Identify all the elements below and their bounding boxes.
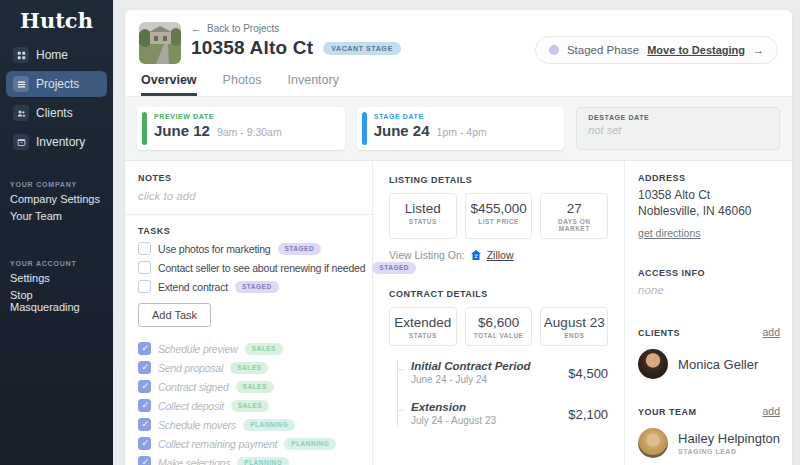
stat-box: 27 DAYS ON MARKET (540, 193, 608, 239)
team-member-role: STAGING LEAD (678, 448, 780, 455)
green-accent-bar (142, 112, 147, 145)
sidebar-item-clients[interactable]: Clients (6, 100, 107, 126)
sidebar-item-inventory[interactable]: Inventory (6, 129, 107, 155)
your-team-heading: YOUR TEAM (638, 407, 697, 417)
tab-inventory[interactable]: Inventory (288, 73, 339, 96)
completed-task-row: Send proposal SALES (138, 361, 364, 374)
sidebar-link-company-settings[interactable]: Company Settings (10, 193, 103, 205)
task-badge: PLANNING (284, 438, 336, 450)
get-directions-link[interactable]: get directions (638, 227, 700, 239)
tab-photos[interactable]: Photos (223, 73, 262, 96)
phase-dot-icon (549, 45, 559, 55)
destage-date-card[interactable]: DESTAGE DATE not set (576, 107, 780, 150)
period-range: June 24 - July 24 (411, 374, 531, 385)
task-checkbox-checked[interactable] (138, 456, 151, 465)
stat-value: Extended (392, 315, 454, 330)
access-info-heading: ACCESS INFO (638, 268, 780, 278)
task-checkbox-checked[interactable] (138, 437, 151, 450)
view-listing-row: View Listing On: Zillow (389, 249, 608, 261)
add-team-member-link[interactable]: add (762, 405, 780, 417)
sidebar-item-label: Inventory (36, 135, 85, 149)
add-task-button[interactable]: Add Task (138, 303, 211, 327)
task-checkbox[interactable] (138, 242, 151, 255)
stat-value: Listed (392, 201, 454, 216)
period-range: July 24 - August 23 (411, 415, 496, 426)
task-checkbox-checked[interactable] (138, 342, 151, 355)
period-amount: $4,500 (568, 366, 608, 385)
task-label: Use photos for marketing (158, 243, 271, 255)
date-value: June 12 (154, 122, 210, 139)
client-avatar (638, 349, 668, 379)
task-badge: SALES (231, 400, 269, 412)
completed-task-row: Make selections PLANNING (138, 456, 364, 465)
stat-value: $6,600 (468, 315, 530, 330)
team-member-name: Hailey Helpington (678, 431, 780, 446)
add-client-link[interactable]: add (762, 326, 780, 338)
task-row: Extend contract STAGED (138, 280, 364, 293)
zillow-icon (470, 249, 482, 261)
time-value: 1pm - 4pm (437, 126, 487, 138)
stage-date-card[interactable]: STAGE DATE June 24 1pm - 4pm (357, 107, 565, 150)
sidebar-link-stop-masquerading[interactable]: Stop Masquerading (10, 289, 103, 313)
contract-timeline: Initial Contract Period June 24 - July 2… (397, 360, 608, 426)
back-to-projects-link[interactable]: ← Back to Projects (191, 22, 401, 34)
date-value: June 24 (374, 122, 430, 139)
preview-date-card[interactable]: PREVIEW DATE June 12 9am - 9:30am (137, 107, 345, 150)
task-checkbox[interactable] (138, 280, 151, 293)
team-member-row[interactable]: Hailey Helpington STAGING LEAD (638, 428, 780, 458)
content-columns: NOTES click to add TASKS Use photos for … (125, 161, 792, 465)
completed-task-row: Schedule preview SALES (138, 342, 364, 355)
team-member-avatar (638, 428, 668, 458)
task-checkbox-checked[interactable] (138, 361, 151, 374)
contract-period: Extension July 24 - August 23 $2,100 (411, 401, 608, 426)
task-badge: PLANNING (243, 419, 295, 431)
tasks-heading: TASKS (138, 226, 364, 236)
address-line2: Noblesville, IN 46060 (638, 204, 780, 218)
task-checkbox-checked[interactable] (138, 418, 151, 431)
task-checkbox[interactable] (138, 261, 151, 274)
task-checkbox-checked[interactable] (138, 380, 151, 393)
back-label: Back to Projects (207, 23, 279, 34)
zillow-link[interactable]: Zillow (487, 249, 514, 261)
sidebar: Hutch Home Projects Clients Inventory YO… (0, 0, 113, 465)
contract-period: Initial Contract Period June 24 - July 2… (411, 360, 608, 385)
listing-stats: Listed STATUS $455,000 LIST PRICE 27 DAY… (389, 193, 608, 239)
move-to-destaging-link[interactable]: Move to Destaging (647, 44, 745, 56)
stat-box: $6,600 TOTAL VALUE (465, 307, 533, 346)
stat-label: ENDS (543, 332, 605, 339)
home-grid-icon (13, 47, 29, 63)
stat-label: TOTAL VALUE (468, 332, 530, 339)
listing-contract-column: LISTING DETAILS Listed STATUS $455,000 L… (373, 161, 625, 465)
stat-value: August 23 (543, 315, 605, 330)
sidebar-link-settings[interactable]: Settings (10, 272, 103, 284)
back-arrow-icon: ← (191, 22, 202, 34)
section-heading: YOUR ACCOUNT (10, 260, 103, 267)
task-badge: SALES (245, 343, 283, 355)
sidebar-item-home[interactable]: Home (6, 42, 107, 68)
arrow-right-icon: → (753, 44, 764, 56)
clients-heading: CLIENTS (638, 328, 680, 338)
sidebar-item-projects[interactable]: Projects (6, 71, 107, 97)
task-checkbox-checked[interactable] (138, 399, 151, 412)
property-thumbnail[interactable] (139, 22, 181, 64)
people-icon (13, 105, 29, 121)
sidebar-item-label: Clients (36, 106, 73, 120)
completed-task-row: Contract signed SALES (138, 380, 364, 393)
contract-stats: Extended STATUS $6,600 TOTAL VALUE Augus… (389, 307, 608, 346)
sidebar-section-company: YOUR COMPANY Company Settings Your Team (10, 181, 103, 222)
date-card-label: PREVIEW DATE (154, 113, 335, 120)
task-badge: SALES (230, 362, 268, 374)
tab-overview[interactable]: Overview (141, 73, 197, 96)
project-card: ← Back to Projects 10358 Alto Ct VACANT … (125, 10, 792, 465)
time-value: 9am - 9:30am (217, 126, 282, 138)
notes-tasks-column: NOTES click to add TASKS Use photos for … (125, 161, 373, 465)
client-row[interactable]: Monica Geller (638, 349, 780, 379)
task-label: Schedule preview (158, 343, 238, 355)
task-label: Contact seller to see about renewing if … (158, 262, 365, 274)
notes-placeholder[interactable]: click to add (138, 190, 364, 202)
stat-label: STATUS (392, 332, 454, 339)
phase-label: Staged Phase (567, 44, 639, 56)
stat-box: Listed STATUS (389, 193, 457, 239)
address-line1: 10358 Alto Ct (638, 188, 780, 202)
sidebar-link-your-team[interactable]: Your Team (10, 210, 103, 222)
